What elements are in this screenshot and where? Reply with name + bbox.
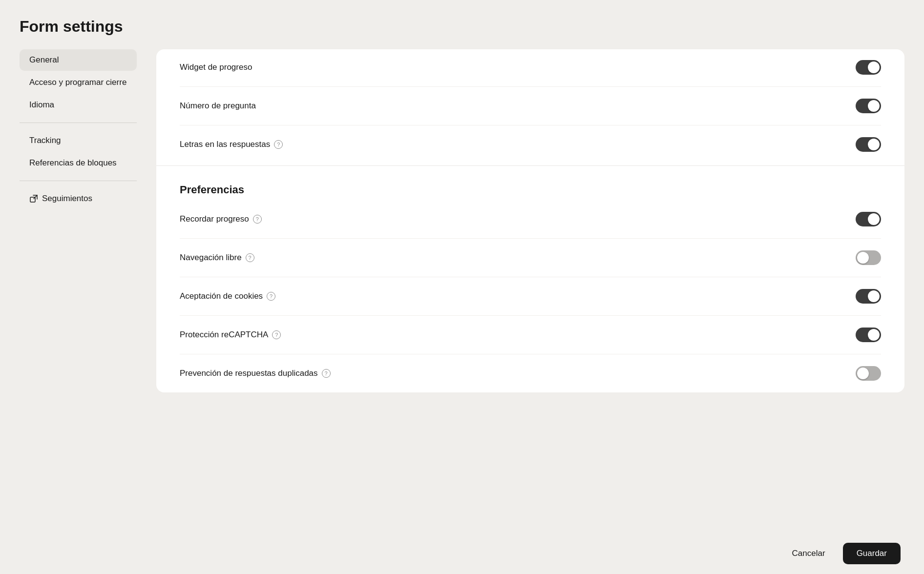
help-icon-cookies[interactable]: ? bbox=[267, 292, 275, 301]
toggle-prevencion-duplicadas[interactable] bbox=[856, 366, 881, 381]
sidebar: General Acceso y programar cierre Idioma… bbox=[20, 49, 156, 392]
toggle-widget-progreso[interactable] bbox=[856, 60, 881, 75]
setting-row-widget-progreso: Widget de progreso bbox=[180, 53, 881, 87]
main-content: Widget de progreso Número de pregunta Le… bbox=[156, 49, 904, 392]
toggle-numero-pregunta[interactable] bbox=[856, 99, 881, 113]
setting-row-prevencion-duplicadas: Prevención de respuestas duplicadas ? bbox=[180, 354, 881, 392]
setting-label-widget-progreso: Widget de progreso bbox=[180, 62, 252, 72]
preferencias-section: Preferencias Recordar progreso ? Navegac… bbox=[156, 166, 904, 392]
help-icon-duplicadas[interactable]: ? bbox=[322, 369, 331, 378]
setting-label-recordar-progreso: Recordar progreso ? bbox=[180, 214, 262, 224]
toggle-letras-respuestas[interactable] bbox=[856, 137, 881, 152]
setting-label-prevencion-duplicadas: Prevención de respuestas duplicadas ? bbox=[180, 369, 331, 378]
help-icon-recordar[interactable]: ? bbox=[253, 215, 262, 224]
sidebar-item-idioma[interactable]: Idioma bbox=[20, 94, 137, 116]
setting-row-proteccion-recaptcha: Protección reCAPTCHA ? bbox=[180, 316, 881, 354]
sidebar-item-tracking[interactable]: Tracking bbox=[20, 130, 137, 151]
page-title: Form settings bbox=[0, 0, 924, 49]
save-button[interactable]: Guardar bbox=[843, 543, 901, 564]
sidebar-item-referencias[interactable]: Referencias de bloques bbox=[20, 152, 137, 174]
footer: Cancelar Guardar bbox=[0, 533, 924, 574]
setting-row-numero-pregunta: Número de pregunta bbox=[180, 87, 881, 125]
sidebar-item-general[interactable]: General bbox=[20, 49, 137, 71]
sidebar-item-seguimientos[interactable]: Seguimientos bbox=[20, 188, 137, 209]
setting-label-navegacion-libre: Navegación libre ? bbox=[180, 253, 254, 263]
preferencias-heading: Preferencias bbox=[180, 166, 881, 200]
setting-label-proteccion-recaptcha: Protección reCAPTCHA ? bbox=[180, 330, 281, 340]
setting-row-letras-respuestas: Letras en las respuestas ? bbox=[180, 125, 881, 165]
sidebar-item-acceso[interactable]: Acceso y programar cierre bbox=[20, 72, 137, 93]
toggle-recordar-progreso[interactable] bbox=[856, 212, 881, 226]
setting-label-letras-respuestas: Letras en las respuestas ? bbox=[180, 140, 283, 149]
sidebar-divider-2 bbox=[20, 181, 137, 181]
setting-row-recordar-progreso: Recordar progreso ? bbox=[180, 200, 881, 239]
help-icon-letras[interactable]: ? bbox=[274, 140, 283, 149]
help-icon-navegacion[interactable]: ? bbox=[246, 253, 254, 262]
top-section: Widget de progreso Número de pregunta Le… bbox=[156, 49, 904, 166]
toggle-aceptacion-cookies[interactable] bbox=[856, 289, 881, 304]
cancel-button[interactable]: Cancelar bbox=[782, 543, 835, 564]
sidebar-divider-1 bbox=[20, 123, 137, 123]
setting-label-aceptacion-cookies: Aceptación de cookies ? bbox=[180, 291, 275, 301]
help-icon-recaptcha[interactable]: ? bbox=[272, 330, 281, 339]
external-link-icon bbox=[29, 194, 38, 203]
setting-row-navegacion-libre: Navegación libre ? bbox=[180, 239, 881, 277]
toggle-proteccion-recaptcha[interactable] bbox=[856, 328, 881, 342]
toggle-navegacion-libre[interactable] bbox=[856, 250, 881, 265]
setting-label-numero-pregunta: Número de pregunta bbox=[180, 101, 256, 111]
setting-row-aceptacion-cookies: Aceptación de cookies ? bbox=[180, 277, 881, 316]
seguimientos-label: Seguimientos bbox=[42, 194, 92, 204]
